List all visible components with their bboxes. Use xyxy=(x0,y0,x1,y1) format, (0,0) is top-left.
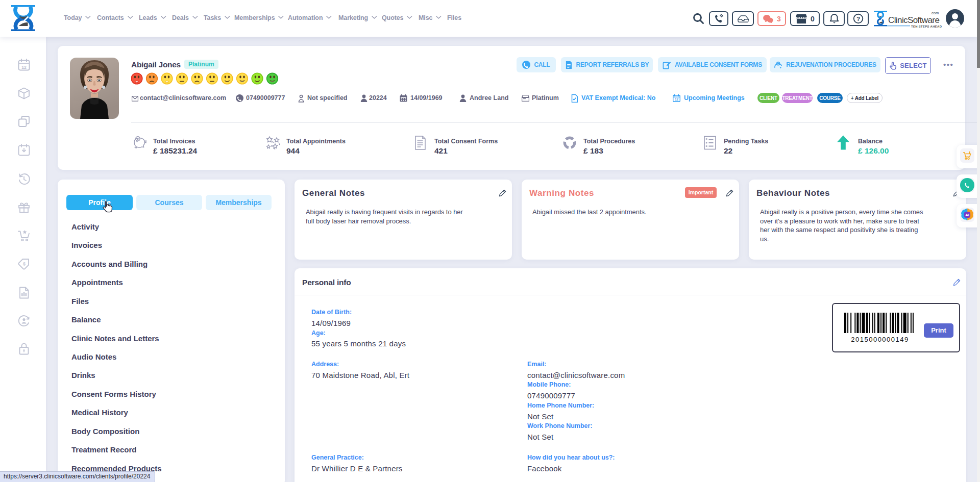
svg-text:.com: .com xyxy=(930,11,939,15)
svg-text:$: $ xyxy=(22,261,26,267)
svg-text:AI: AI xyxy=(965,213,969,217)
svg-text:12: 12 xyxy=(675,97,679,101)
svg-text:12: 12 xyxy=(21,65,27,70)
svg-text:ClinicSoftware: ClinicSoftware xyxy=(888,15,939,25)
svg-text:TEN STEPS AHEAD: TEN STEPS AHEAD xyxy=(911,25,942,28)
svg-text:?: ? xyxy=(856,15,860,22)
